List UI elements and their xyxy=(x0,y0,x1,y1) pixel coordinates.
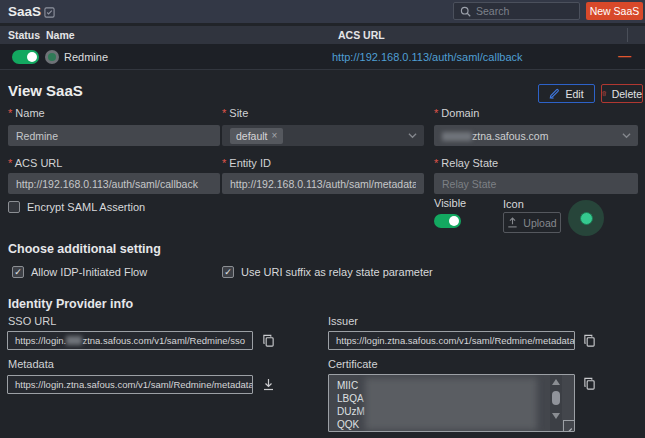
idp-info-title: Identity Provider info xyxy=(8,297,133,311)
encrypt-saml-checkbox[interactable]: Encrypt SAML Assertion xyxy=(8,201,145,213)
scroll-up-icon[interactable] xyxy=(552,379,560,385)
chevron-down-icon xyxy=(408,132,417,139)
row-app-name: Redmine xyxy=(64,51,108,63)
name-label: Name xyxy=(8,107,45,119)
site-tag-label: default xyxy=(236,130,268,142)
certificate-line: MIIC xyxy=(337,379,365,392)
delete-button[interactable]: Delete xyxy=(601,84,643,103)
trash-icon xyxy=(602,88,607,99)
issuer-prefix: https://login. xyxy=(336,335,387,346)
checkbox-checked-icon: ✓ xyxy=(222,266,234,278)
rename-icon[interactable] xyxy=(44,7,55,18)
column-status: Status xyxy=(8,29,40,41)
upload-icon xyxy=(507,217,518,228)
domain-value: ztna.safous.com xyxy=(472,130,548,142)
toggle-knob xyxy=(27,52,37,62)
certificate-line: DUzM xyxy=(337,405,365,418)
saas-admin-screen: SaaS New SaaS Status Name ACS URL Redmin… xyxy=(0,0,645,438)
certificate-line: LBQA xyxy=(337,392,365,405)
app-icon-preview xyxy=(568,200,604,236)
certificate-content: MIIC LBQA DUzM QQK xyxy=(337,379,365,431)
remove-tag-icon[interactable]: × xyxy=(272,130,278,141)
download-icon[interactable] xyxy=(262,378,276,392)
collapse-row-icon[interactable]: — xyxy=(618,48,631,63)
search-input[interactable] xyxy=(476,5,566,17)
certificate-label: Certificate xyxy=(328,358,378,370)
sso-url-label: SSO URL xyxy=(8,315,56,327)
idp-initiated-label: Allow IDP-Initiated Flow xyxy=(31,266,147,278)
issuer-field[interactable]: https://login.ztna.safous.com/v1/saml/Re… xyxy=(328,331,575,350)
favicon-dot xyxy=(48,53,56,61)
idp-initiated-checkbox[interactable]: ✓ Allow IDP-Initiated Flow xyxy=(12,266,147,278)
chevron-down-icon xyxy=(622,132,631,139)
table-row[interactable]: Redmine http://192.168.0.113/auth/saml/c… xyxy=(0,44,645,70)
delete-button-label: Delete xyxy=(612,88,642,100)
app-logo-icon xyxy=(580,212,593,225)
resize-handle[interactable] xyxy=(563,420,574,431)
redacted-text xyxy=(66,336,82,345)
additional-settings-title: Choose additional setting xyxy=(8,242,161,256)
redmine-favicon xyxy=(45,50,59,64)
site-tag: default × xyxy=(230,128,283,144)
sso-url-suffix: ztna.safous.com/v1/saml/Redmine/sso xyxy=(82,335,245,346)
uri-suffix-checkbox[interactable]: ✓ Use URI suffix as relay state paramete… xyxy=(222,266,433,278)
copy-icon[interactable] xyxy=(583,377,597,391)
site-label: Site xyxy=(222,107,248,119)
row-status-toggle[interactable] xyxy=(12,50,39,64)
column-name: Name xyxy=(46,29,75,41)
edit-button-label: Edit xyxy=(565,88,583,100)
visible-label: Visible xyxy=(434,197,466,209)
copy-icon[interactable] xyxy=(262,334,276,348)
encrypt-saml-label: Encrypt SAML Assertion xyxy=(27,201,145,213)
certificate-textarea[interactable]: MIIC LBQA DUzM QQK xyxy=(328,374,575,432)
domain-select[interactable]: ztna.safous.com xyxy=(434,125,638,146)
uri-suffix-label: Use URI suffix as relay state parameter xyxy=(241,266,433,278)
checkbox-checked-icon: ✓ xyxy=(12,266,24,278)
redacted-text xyxy=(365,378,537,430)
column-divider xyxy=(627,28,628,42)
metadata-prefix: https://login. xyxy=(15,379,66,390)
new-saas-button[interactable]: New SaaS xyxy=(586,2,643,20)
icon-label: Icon xyxy=(503,198,524,210)
top-bar: SaaS New SaaS xyxy=(0,0,645,23)
view-saas-title: View SaaS xyxy=(8,82,83,99)
copy-icon[interactable] xyxy=(583,334,597,348)
issuer-suffix: ztna.safous.com/v1/saml/Redmine/metadata xyxy=(387,335,574,346)
pencil-icon xyxy=(549,88,560,99)
visible-toggle[interactable] xyxy=(434,214,461,228)
page-title: SaaS xyxy=(8,4,41,19)
site-select[interactable]: default × xyxy=(222,125,424,146)
domain-label: Domain xyxy=(434,107,479,119)
acs-url-field[interactable] xyxy=(8,173,220,194)
metadata-label: Metadata xyxy=(8,358,54,370)
checkbox-icon xyxy=(8,201,20,213)
search-box[interactable] xyxy=(453,2,580,20)
acs-url-label: ACS URL xyxy=(8,157,62,169)
toggle-knob xyxy=(449,216,459,226)
entity-id-field[interactable] xyxy=(222,173,424,194)
sso-url-field[interactable]: https://login.ztna.safous.com/v1/saml/Re… xyxy=(7,331,253,350)
upload-button[interactable]: Upload xyxy=(503,212,561,233)
certificate-scrollbar[interactable] xyxy=(550,375,562,431)
redacted-text xyxy=(442,132,472,141)
scroll-down-icon[interactable] xyxy=(552,413,560,419)
name-field[interactable] xyxy=(8,125,220,146)
edit-button[interactable]: Edit xyxy=(538,84,595,103)
relay-state-label: Relay State xyxy=(434,157,498,169)
search-icon xyxy=(460,6,471,17)
table-header: Status Name ACS URL xyxy=(0,26,645,44)
relay-state-field[interactable] xyxy=(434,173,638,194)
column-acs-url: ACS URL xyxy=(338,29,385,41)
scroll-thumb[interactable] xyxy=(552,391,560,405)
certificate-line: QQK xyxy=(337,418,365,431)
metadata-suffix: ztna.safous.com/v1/saml/Redmine/metadata xyxy=(66,379,253,390)
entity-id-label: Entity ID xyxy=(222,157,271,169)
issuer-label: Issuer xyxy=(328,315,358,327)
sso-url-prefix: https://login. xyxy=(15,335,66,346)
row-acs-url-link[interactable]: http://192.168.0.113/auth/saml/callback xyxy=(332,51,523,63)
upload-button-label: Upload xyxy=(523,217,556,229)
metadata-field[interactable]: https://login.ztna.safous.com/v1/saml/Re… xyxy=(7,375,253,394)
